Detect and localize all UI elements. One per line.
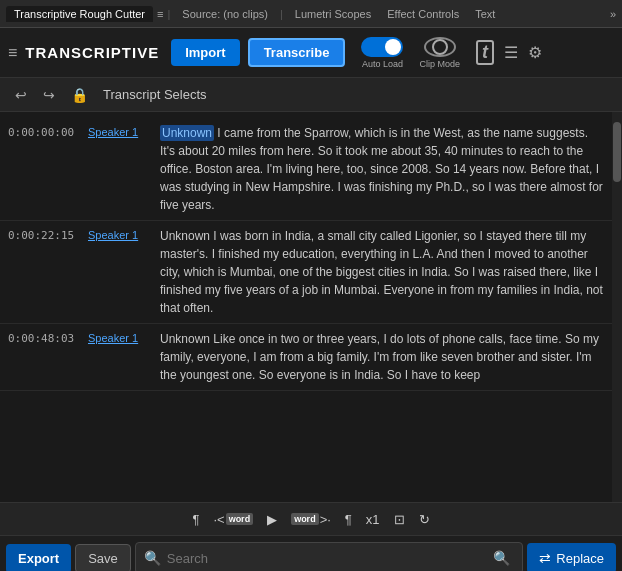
word-tag-right: word — [291, 513, 319, 525]
tab-separator: | — [167, 8, 170, 20]
redo-button[interactable]: ↪ — [38, 84, 60, 106]
auto-load-toggle[interactable] — [361, 37, 403, 57]
table-row: 0:00:48:03 Speaker 1 Unknown Like once i… — [0, 324, 612, 391]
dot-left-icon: ·< — [213, 512, 224, 527]
transcript-toolbar: ↩ ↪ 🔒 Transcript Selects — [0, 78, 622, 112]
entry-text: Unknown I was born in India, a small cit… — [160, 227, 604, 317]
entry-text: Unknown Like once in two or three years,… — [160, 330, 604, 384]
list-icon[interactable]: ☰ — [504, 43, 518, 62]
entry-time: 0:00:22:15 — [8, 229, 88, 242]
table-row: 0:00:22:15 Speaker 1 Unknown I was born … — [0, 221, 612, 324]
tab-source[interactable]: Source: (no clips) — [174, 6, 276, 22]
entry-speaker[interactable]: Speaker 1 — [88, 332, 160, 344]
transcribe-button[interactable]: Transcribe — [248, 38, 346, 67]
highlight-word: Unknown — [160, 125, 214, 141]
search-input-wrap: 🔍 🔍 — [135, 542, 523, 571]
content-area: 0:00:00:00 Speaker 1 Unknown I came from… — [0, 112, 622, 502]
replace-label: Replace — [556, 551, 604, 566]
clip-mode-group: Clip Mode — [419, 37, 460, 69]
search-go-button[interactable]: 🔍 — [489, 550, 514, 566]
entry-speaker[interactable]: Speaker 1 — [88, 229, 160, 241]
undo-button[interactable]: ↩ — [10, 84, 32, 106]
lock-button[interactable]: 🔒 — [66, 84, 93, 106]
search-input[interactable] — [167, 551, 489, 566]
scrollbar-thumb[interactable] — [613, 122, 621, 182]
fit-button[interactable]: ⊡ — [389, 509, 410, 530]
play-button[interactable]: ▶ — [262, 509, 282, 530]
tab-text[interactable]: Text — [467, 6, 503, 22]
save-button[interactable]: Save — [75, 544, 131, 572]
entry-time: 0:00:00:00 — [8, 126, 88, 139]
table-row: 0:00:00:00 Speaker 1 Unknown I came from… — [0, 118, 612, 221]
replace-button[interactable]: ⇄ Replace — [527, 543, 616, 571]
auto-load-label: Auto Load — [362, 59, 403, 69]
entry-speaker[interactable]: Speaker 1 — [88, 126, 160, 138]
search-icon: 🔍 — [144, 550, 161, 566]
tab-effect[interactable]: Effect Controls — [379, 6, 467, 22]
auto-load-toggle-group: Auto Load — [361, 37, 403, 69]
gear-icon[interactable]: ⚙ — [528, 43, 542, 62]
word-tag-left: word — [226, 513, 254, 525]
import-button[interactable]: Import — [171, 39, 239, 66]
transcript-list[interactable]: 0:00:00:00 Speaker 1 Unknown I came from… — [0, 112, 612, 502]
brand-label: TRANSCRIPTIVE — [25, 44, 159, 61]
tab-rough-cutter[interactable]: Transcriptive Rough Cutter — [6, 6, 153, 22]
tab-menu-icon[interactable]: ≡ — [157, 8, 163, 20]
transcript-title: Transcript Selects — [103, 87, 207, 102]
paragraph-left-button[interactable]: ¶ — [187, 509, 204, 530]
tab-expand-icon[interactable]: » — [610, 8, 616, 20]
header: ≡ TRANSCRIPTIVE Import Transcribe Auto L… — [0, 28, 622, 78]
word-forward-button[interactable]: word >· — [286, 509, 336, 530]
word-back-button[interactable]: ·< word — [208, 509, 258, 530]
svg-point-0 — [433, 40, 447, 54]
entry-time: 0:00:48:03 — [8, 332, 88, 345]
x1-button[interactable]: x1 — [361, 509, 385, 530]
search-bar: Export Save 🔍 🔍 ⇄ Replace — [0, 536, 622, 571]
clip-mode-label: Clip Mode — [419, 59, 460, 69]
tab-bar: Transcriptive Rough Cutter ≡ | Source: (… — [0, 0, 622, 28]
tab-lumetri[interactable]: Lumetri Scopes — [287, 6, 379, 22]
toggle-knob — [385, 39, 401, 55]
t-icon[interactable]: t — [476, 40, 494, 65]
export-button[interactable]: Export — [6, 544, 71, 572]
entry-text: Unknown I came from the Sparrow, which i… — [160, 124, 604, 214]
replace-icon: ⇄ — [539, 550, 551, 566]
dot-right-icon: >· — [320, 512, 331, 527]
scrollbar-track[interactable] — [612, 112, 622, 502]
clip-mode-icon[interactable] — [424, 37, 456, 57]
refresh-button[interactable]: ↻ — [414, 509, 435, 530]
tab-separator2: | — [280, 8, 283, 20]
bottom-toolbar: ¶ ·< word ▶ word >· ¶ x1 ⊡ ↻ — [0, 502, 622, 536]
paragraph-right-button[interactable]: ¶ — [340, 509, 357, 530]
hamburger-icon[interactable]: ≡ — [8, 44, 17, 62]
